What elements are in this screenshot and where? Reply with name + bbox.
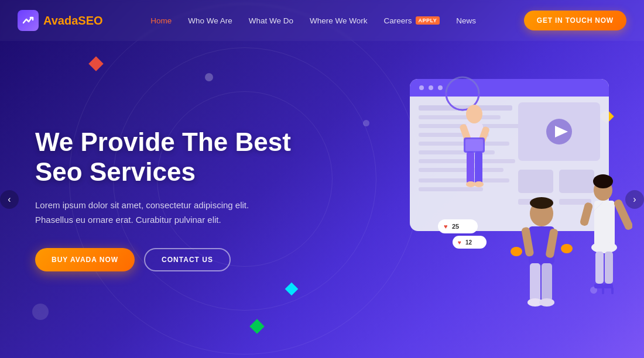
svg-rect-13 <box>419 168 503 172</box>
svg-point-46 <box>511 247 522 256</box>
hero-svg: ♥ 25 ♥ 12 <box>304 50 632 348</box>
deco-circle-3 <box>32 304 49 320</box>
nav-item-who[interactable]: Who We Are <box>188 15 232 26</box>
svg-rect-49 <box>542 263 552 301</box>
nav-item-home[interactable]: Home <box>150 15 172 26</box>
buy-button[interactable]: BUY AVADA NOW <box>35 248 135 271</box>
hero-desc-line2: Phasellus eu ornare erat. Curabitur pulv… <box>35 215 221 225</box>
hero-desc-line1: Lorem ipsum dolor sit amet, consectetur … <box>35 200 249 210</box>
svg-rect-40 <box>465 139 483 151</box>
svg-point-55 <box>591 242 617 253</box>
svg-rect-21 <box>518 170 553 193</box>
svg-point-51 <box>539 298 554 307</box>
svg-point-3 <box>419 85 424 90</box>
svg-point-42 <box>530 197 553 209</box>
svg-text:♥: ♥ <box>444 223 448 230</box>
svg-rect-63 <box>611 287 614 294</box>
hero-buttons: BUY AVADA NOW CONTACT US <box>35 248 293 271</box>
hero-description: Lorem ipsum dolor sit amet, consectetur … <box>35 198 269 228</box>
svg-rect-48 <box>530 263 540 301</box>
hero-content: We Provide The Best Seo Services Lorem i… <box>35 128 293 271</box>
hero-illustration: ♥ 25 ♥ 12 <box>304 50 632 348</box>
svg-rect-59 <box>605 252 613 284</box>
svg-point-31 <box>466 105 482 123</box>
nav-link-news[interactable]: News <box>456 16 476 25</box>
svg-point-35 <box>466 181 475 187</box>
deco-diamond-cyan <box>285 283 299 296</box>
nav-link-what[interactable]: What We Do <box>249 16 293 25</box>
svg-rect-58 <box>595 252 604 284</box>
logo-text: AvadaSEO <box>43 14 103 27</box>
deco-circle-1 <box>205 73 213 81</box>
logo[interactable]: AvadaSEO <box>18 10 103 31</box>
hero-title: We Provide The Best Seo Services <box>35 128 293 187</box>
page-wrapper: AvadaSEO Home Who We Are What We Do Wher… <box>0 0 644 358</box>
nav-link-who[interactable]: Who We Are <box>188 16 232 25</box>
svg-rect-7 <box>419 115 501 119</box>
nav-link-home[interactable]: Home <box>150 16 172 25</box>
nav-item-careers[interactable]: Careers APPLY <box>384 16 440 25</box>
navbar: AvadaSEO Home Who We Are What We Do Wher… <box>0 0 644 41</box>
svg-rect-33 <box>467 152 474 184</box>
logo-icon <box>18 10 39 31</box>
svg-rect-15 <box>419 187 483 191</box>
logo-text-avada: Avada <box>43 14 78 27</box>
svg-point-47 <box>561 244 573 253</box>
contact-button[interactable]: CONTACT US <box>144 248 231 271</box>
svg-rect-14 <box>419 178 509 183</box>
nav-item-where[interactable]: Where We Work <box>310 15 368 26</box>
svg-rect-22 <box>559 170 594 193</box>
svg-point-53 <box>593 174 613 188</box>
hero-section: ‹ We Provide The Best Seo Services Lorem… <box>0 41 644 358</box>
svg-text:25: 25 <box>452 223 459 230</box>
nav-link-where[interactable]: Where We Work <box>310 16 368 25</box>
nav-link-careers[interactable]: Careers <box>384 16 412 25</box>
svg-point-5 <box>438 85 443 90</box>
deco-diamond-red <box>88 56 103 71</box>
deco-diamond-green <box>249 319 264 333</box>
svg-text:♥: ♥ <box>458 239 461 246</box>
slider-arrow-left[interactable]: ‹ <box>0 190 19 209</box>
svg-point-4 <box>429 85 433 90</box>
cta-button[interactable]: GET IN TOUCH NOW <box>524 11 626 30</box>
nav-links: Home Who We Are What We Do Where We Work… <box>150 15 476 26</box>
apply-badge: APPLY <box>416 16 440 25</box>
svg-text:12: 12 <box>465 239 472 246</box>
svg-rect-62 <box>602 287 604 294</box>
svg-rect-34 <box>475 152 482 184</box>
logo-svg <box>22 14 35 27</box>
svg-point-36 <box>474 181 484 187</box>
slider-arrow-right[interactable]: › <box>625 190 644 209</box>
nav-item-news[interactable]: News <box>456 15 476 26</box>
logo-text-seo: SEO <box>78 14 102 27</box>
nav-item-what[interactable]: What We Do <box>249 15 293 26</box>
